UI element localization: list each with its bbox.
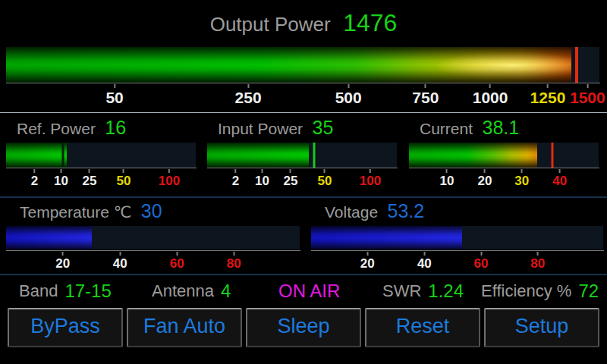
section-divider bbox=[0, 274, 607, 275]
scale-tick: 50 bbox=[318, 169, 332, 189]
current-label: Current bbox=[420, 120, 473, 137]
tick-mark bbox=[62, 252, 64, 256]
temperature-label: Temperature ℃ bbox=[20, 203, 131, 221]
temperature-bar bbox=[6, 226, 300, 249]
tick-label: 10 bbox=[440, 174, 454, 189]
efficiency-value: 72 bbox=[578, 281, 599, 302]
output-power-fill bbox=[6, 47, 571, 83]
ref-power-axis bbox=[6, 168, 197, 168]
scale-tick: 80 bbox=[227, 252, 241, 271]
section-divider bbox=[0, 112, 607, 113]
antenna-indicator: Antenna 4 bbox=[152, 276, 231, 306]
setup-button[interactable]: Setup bbox=[484, 308, 599, 347]
tick-mark bbox=[521, 169, 523, 173]
tick-mark bbox=[235, 169, 237, 173]
tick-label: 750 bbox=[412, 89, 439, 107]
scale-tick: 500 bbox=[335, 84, 362, 107]
voltage-title: Voltage 53.2 bbox=[325, 200, 424, 222]
tick-label: 20 bbox=[478, 174, 492, 189]
scale-tick: 50 bbox=[105, 84, 123, 107]
tick-label: 10 bbox=[54, 174, 68, 189]
tick-mark bbox=[366, 252, 368, 256]
tick-mark bbox=[290, 169, 291, 173]
current-fill bbox=[409, 143, 537, 168]
scale-tick: 100 bbox=[159, 169, 180, 189]
output-power-bar bbox=[6, 47, 599, 83]
swr-label: SWR bbox=[382, 281, 421, 301]
voltage-scale: 20 40 60 80 bbox=[311, 252, 603, 275]
tick-label: 60 bbox=[474, 256, 489, 271]
tick-label: 40 bbox=[417, 256, 432, 271]
ref-power-peak-marker bbox=[62, 143, 64, 168]
tick-label: 50 bbox=[117, 174, 131, 189]
scale-tick: 25 bbox=[83, 169, 97, 189]
tick-label: 20 bbox=[360, 256, 375, 271]
tick-label: 50 bbox=[105, 89, 123, 107]
output-power-value: 1476 bbox=[343, 9, 397, 36]
tick-mark bbox=[370, 169, 371, 173]
antenna-label: Antenna bbox=[152, 281, 214, 301]
tick-mark bbox=[168, 169, 170, 173]
current-value: 38.1 bbox=[482, 117, 519, 138]
efficiency-label: Efficiency % bbox=[481, 281, 571, 301]
tick-label: 60 bbox=[170, 256, 184, 271]
band-indicator: Band 17-15 bbox=[19, 276, 112, 306]
scale-tick: 100 bbox=[360, 169, 381, 189]
ref-power-scale: 2 10 25 50 100 bbox=[6, 169, 196, 192]
tick-mark bbox=[233, 252, 234, 256]
input-power-gauge: Input Power 35 2 10 25 50 100 bbox=[207, 115, 397, 195]
ref-power-fill bbox=[6, 143, 67, 168]
scale-tick: 30 bbox=[514, 169, 529, 189]
fan-auto-button[interactable]: Fan Auto bbox=[127, 308, 242, 347]
tick-mark bbox=[537, 252, 539, 256]
tick-label: 250 bbox=[235, 89, 262, 107]
tick-mark bbox=[547, 84, 549, 88]
scale-tick: 10 bbox=[440, 169, 454, 189]
swr-value: 1.24 bbox=[428, 281, 464, 302]
on-air-indicator: ON AIR bbox=[278, 276, 340, 306]
scale-tick: 20 bbox=[478, 169, 492, 189]
tick-mark bbox=[34, 169, 36, 173]
tick-mark bbox=[247, 84, 249, 88]
antenna-value: 4 bbox=[221, 281, 231, 302]
ref-power-value: 16 bbox=[105, 117, 126, 138]
tick-label: 2 bbox=[232, 174, 239, 189]
output-power-label: Output Power bbox=[210, 13, 331, 36]
scale-tick: 2 bbox=[232, 169, 239, 189]
tick-label: 2 bbox=[31, 174, 38, 189]
input-power-value: 35 bbox=[313, 117, 334, 138]
ref-power-gauge: Ref. Power 16 2 10 25 50 100 bbox=[6, 115, 196, 195]
scale-tick: 25 bbox=[284, 169, 298, 189]
sleep-button[interactable]: Sleep bbox=[246, 308, 361, 347]
temperature-scale: 20 40 60 80 bbox=[6, 252, 300, 275]
temperature-axis bbox=[6, 250, 300, 251]
tick-mark bbox=[484, 169, 486, 173]
section-divider bbox=[0, 196, 607, 198]
scale-tick: 1500 bbox=[570, 84, 605, 107]
output-power-scale: 50 250 500 750 1000 1250 1500 bbox=[6, 84, 599, 110]
bypass-button[interactable]: ByPass bbox=[8, 308, 123, 347]
input-power-title: Input Power 35 bbox=[218, 117, 333, 139]
tick-mark bbox=[480, 252, 482, 256]
tick-label: 1500 bbox=[570, 89, 605, 107]
tick-mark bbox=[123, 169, 124, 173]
reset-button[interactable]: Reset bbox=[365, 308, 480, 347]
tick-label: 25 bbox=[284, 174, 298, 189]
ref-power-label: Ref. Power bbox=[17, 120, 96, 137]
temperature-gauge: Temperature ℃ 30 20 40 60 80 bbox=[6, 200, 300, 275]
on-air-text: ON AIR bbox=[278, 281, 340, 302]
voltage-bar bbox=[311, 226, 603, 249]
tick-label: 40 bbox=[552, 174, 567, 189]
current-title: Current 38.1 bbox=[420, 117, 519, 139]
tick-label: 25 bbox=[83, 174, 97, 189]
input-power-peak-marker bbox=[313, 143, 316, 168]
current-scale: 10 20 30 40 bbox=[409, 169, 599, 192]
tick-label: 30 bbox=[514, 174, 529, 189]
scale-tick: 40 bbox=[113, 252, 127, 271]
input-power-scale: 2 10 25 50 100 bbox=[207, 169, 397, 192]
amplifier-display: Output Power 1476 50 250 500 750 1000 12… bbox=[0, 0, 607, 364]
tick-label: 100 bbox=[360, 174, 381, 189]
tick-mark bbox=[559, 169, 561, 173]
input-power-axis bbox=[207, 168, 398, 168]
tick-label: 80 bbox=[227, 256, 241, 271]
